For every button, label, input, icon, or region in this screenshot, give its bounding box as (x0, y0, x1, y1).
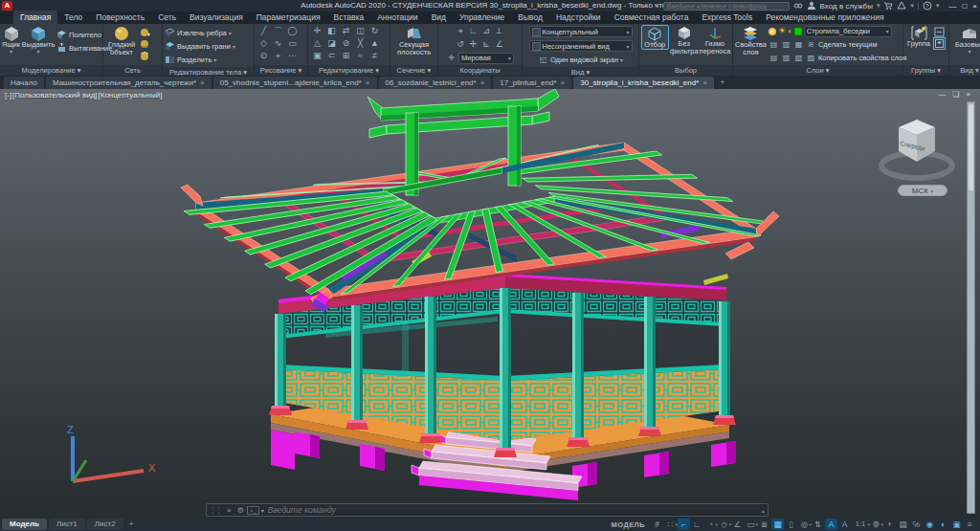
isolate-objects-icon[interactable]: ◐ (937, 519, 949, 530)
ribbon-tab[interactable]: Визуализация (183, 11, 250, 24)
file-tab[interactable]: 06_sozdanie_lestnici_end*× (379, 77, 492, 89)
draw-tool-icon[interactable]: ＋ (271, 50, 285, 62)
modify-tool-icon[interactable]: ⊘ (339, 37, 353, 50)
ungroup-icon[interactable] (934, 27, 945, 37)
polar-icon[interactable]: ◔ (704, 519, 717, 530)
file-tab[interactable]: Машиностроительная_деталь_чертежи*× (46, 77, 212, 89)
osnap-icon[interactable]: ▭ (745, 519, 757, 530)
customize-menu-icon[interactable]: ≡ (964, 519, 976, 530)
draw-tool-icon[interactable]: ◯ (285, 25, 300, 37)
recent-commands-icon[interactable]: >_ (247, 506, 259, 515)
layer-on-icon[interactable] (768, 28, 776, 35)
ribbon-tab[interactable]: Сеть (151, 11, 183, 24)
dynucs-icon[interactable]: ⇅ (812, 519, 824, 530)
panel-caption-coordinates[interactable]: Координаты (438, 65, 522, 76)
graphics-icon[interactable]: ▣ (950, 519, 963, 530)
section-plane-button[interactable]: Секущаяплоскость (398, 25, 431, 56)
panel-caption-modeling[interactable]: Моделирование ▾ (0, 65, 102, 76)
modify-tool-icon[interactable]: ≠ (368, 50, 382, 62)
layout-tab[interactable]: + (125, 519, 138, 530)
restore-button[interactable]: □ (962, 2, 967, 11)
ucs-tool-icon[interactable]: ⊾ (482, 38, 490, 51)
panel-caption-view[interactable]: Вид ▾ (523, 67, 638, 76)
workspace-icon[interactable]: ⚙ (870, 519, 882, 530)
viewport-config-icon[interactable]: ◱ (538, 55, 548, 64)
quick-properties-icon[interactable]: ▤ (897, 519, 909, 530)
file-tab-close-icon[interactable]: × (480, 78, 485, 87)
panel-caption-view-base[interactable]: Вид ▾ (949, 65, 980, 76)
osnap3d-icon[interactable]: ◎ (798, 519, 811, 530)
modify-tool-icon[interactable]: ⊂ (324, 50, 339, 62)
separate-button[interactable]: Разделить▾ (165, 54, 235, 66)
ucs-tool-icon[interactable]: ↺ (457, 38, 464, 51)
ribbon-tab[interactable]: Express Tools (695, 11, 759, 24)
draw-tool-icon[interactable]: ▭ (285, 37, 300, 50)
match-layer-button[interactable]: ▤▥▧▨ Копировать свойства слоя (768, 52, 906, 64)
autocad-logo[interactable]: A (2, 1, 12, 11)
command-close-icon[interactable]: × (224, 506, 234, 515)
layout-tab[interactable]: Модель (2, 519, 47, 530)
layout-tab[interactable]: Лист2 (87, 519, 123, 530)
search-input[interactable] (663, 2, 790, 11)
vp-close-icon[interactable]: × (966, 90, 970, 99)
panel-caption-groups[interactable]: Группы ▾ (903, 65, 948, 76)
file-tab-close-icon[interactable]: × (561, 78, 566, 87)
ucs-tool-icon[interactable]: ✛ (470, 38, 478, 51)
ribbon-tab[interactable]: Вставка (327, 11, 371, 24)
draw-tool-icon[interactable]: ⊙ (256, 50, 271, 62)
draw-tool-icon[interactable]: ⌒ (271, 25, 285, 37)
isodraft-icon[interactable]: ◇ (718, 519, 730, 530)
draw-tool-icon[interactable]: ⋯ (285, 50, 300, 62)
search-icon[interactable] (793, 1, 803, 11)
viewport-scrollbar[interactable] (967, 101, 975, 514)
modify-tool-icon[interactable]: ◪ (324, 37, 339, 50)
ucs-world-icon[interactable]: ✛ (446, 54, 457, 62)
visual-style-dropdown[interactable]: Концептуальный▾ (529, 26, 633, 37)
ribbon-tab[interactable]: Поверхность (89, 11, 151, 24)
command-expand-icon[interactable]: ▴ (762, 507, 768, 514)
file-tab-close-icon[interactable]: × (702, 78, 707, 87)
ribbon-tab[interactable]: Тело (57, 11, 89, 24)
modify-tool-icon[interactable]: △ (310, 37, 324, 50)
anno-autoscale-icon[interactable]: A (838, 519, 851, 530)
app-store-icon[interactable] (897, 1, 906, 11)
group-button[interactable]: Группа (905, 25, 932, 48)
layer-properties-button[interactable]: Свойстваслоя (735, 25, 767, 56)
infer-icon[interactable]: ⌐ (678, 519, 690, 530)
extract-edges-button[interactable]: Извлечь ребра▾ (165, 27, 235, 39)
vp-minimize-icon[interactable]: — (938, 90, 946, 99)
new-drawing-tab-button[interactable]: + (716, 77, 729, 89)
units-icon[interactable]: ℅ (910, 519, 923, 530)
ribbon-tab[interactable]: Совместная работа (608, 11, 696, 24)
otrack-icon[interactable]: ∠ (731, 519, 744, 530)
modify-tool-icon[interactable]: ╳ (353, 37, 368, 50)
file-tab[interactable]: 05_vhodnie_stupeni...ajdenie_krilca_end*… (213, 77, 377, 89)
selection-cycling-icon[interactable]: ▯ (785, 519, 797, 530)
ucs-tool-icon[interactable]: ∠ (496, 38, 503, 51)
apps-caret-icon[interactable]: ▾ (910, 2, 914, 10)
modify-tool-icon[interactable]: ≈ (353, 50, 368, 62)
grid-icon[interactable]: # (651, 519, 663, 530)
make-current-button[interactable]: ▤▥▦≋ Сделать текущим (768, 38, 906, 51)
modify-tool-icon[interactable]: ⇄ (339, 25, 353, 37)
modify-tool-icon[interactable]: ▲ (368, 37, 382, 50)
panel-caption-layers[interactable]: Слои ▾ (733, 65, 902, 76)
modify-tool-icon[interactable]: ↻ (368, 25, 382, 37)
ribbon-tab[interactable]: Управление (453, 11, 511, 24)
draw-tool-icon[interactable]: ╱ (256, 25, 271, 37)
close-button[interactable]: × (972, 2, 977, 11)
draw-tool-icon[interactable]: ◇ (256, 37, 271, 50)
file-tab[interactable]: 30_stropila_i_krisha_besedki_end*× (573, 77, 714, 89)
file-tab-close-icon[interactable]: × (200, 78, 205, 87)
panel-caption-draw[interactable]: Рисование ▾ (255, 65, 307, 76)
lineweight-icon[interactable]: ≣ (758, 519, 770, 530)
ribbon-tab[interactable]: Вывод (511, 11, 549, 24)
panel-caption-selection[interactable]: Выбор (639, 65, 732, 76)
model-3d-pavilion[interactable]: Z X (0, 89, 980, 518)
signin-caret-icon[interactable]: ▾ (877, 2, 880, 10)
layer-lock-icon[interactable]: ◐ (788, 27, 792, 35)
base-view-button[interactable]: Базовый▾ (954, 25, 980, 55)
scrollbar-thumb[interactable] (969, 104, 973, 190)
viewport-minimize-control[interactable]: [-] (5, 91, 11, 100)
ucs-dropdown[interactable]: Мировая▾ (458, 53, 514, 64)
